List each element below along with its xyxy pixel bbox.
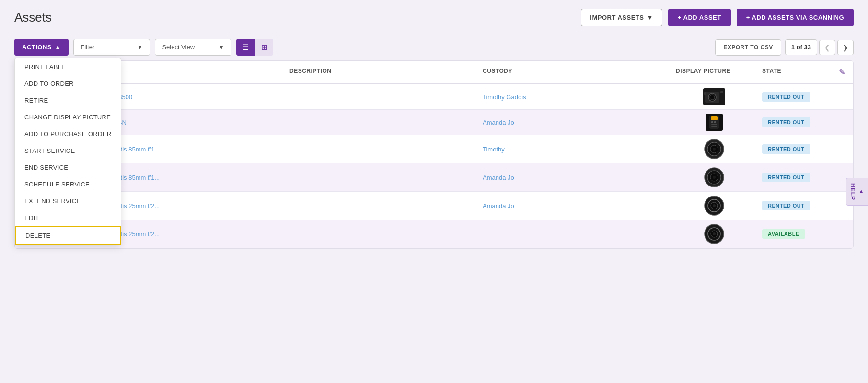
menu-item-end-service[interactable]: END SERVICE <box>15 159 121 176</box>
status-badge: AVAILABLE <box>762 229 805 239</box>
edit-icon-header[interactable]: ✎ <box>839 68 845 76</box>
menu-item-delete[interactable]: DELETE <box>15 226 121 245</box>
recorder-image-2 <box>706 114 723 131</box>
row-img-6 <box>671 220 757 248</box>
table-row: Nikon D3500 Timothy Gaddis RENTED OUT <box>15 84 853 110</box>
help-tab[interactable]: ▲ HELP <box>846 177 868 205</box>
add-asset-button[interactable]: + ADD ASSET <box>668 9 731 26</box>
status-badge: RENTED OUT <box>762 117 810 127</box>
header: Assets IMPORT ASSETS ▼ + ADD ASSET + ADD… <box>0 0 868 33</box>
svg-rect-11 <box>711 124 717 125</box>
row-state-4: RENTED OUT <box>757 166 834 189</box>
table-row: 803 Zeiss Batis 25mm f/2... Amanda Jo RE… <box>15 192 853 220</box>
pagination-display: 1 of 33 <box>785 39 817 55</box>
row-description-5 <box>285 199 478 212</box>
table-header: NAME DESCRIPTION CUSTODY DISPLAY PICTURE… <box>15 61 853 84</box>
col-description: DESCRIPTION <box>285 61 478 83</box>
chevron-down-icon: ▼ <box>647 14 653 21</box>
pagination-next-button[interactable]: ❯ <box>837 40 854 55</box>
help-label: HELP <box>849 183 856 200</box>
view-dropdown[interactable]: Select View ▼ <box>155 39 231 56</box>
menu-item-schedule-service[interactable]: SCHEDULE SERVICE <box>15 176 121 193</box>
add-assets-scanning-button[interactable]: + ADD ASSETS VIA SCANNING <box>737 9 854 26</box>
menu-item-extend-service[interactable]: EXTEND SERVICE <box>15 193 121 209</box>
import-assets-label: IMPORT ASSETS <box>590 14 644 21</box>
row-img-1 <box>671 84 757 109</box>
menu-item-print-label[interactable]: PRINT LABEL <box>15 58 121 75</box>
menu-item-retire[interactable]: RETIRE <box>15 92 121 109</box>
row-description-2 <box>285 116 478 129</box>
assets-table: NAME DESCRIPTION CUSTODY DISPLAY PICTURE… <box>14 60 854 249</box>
list-view-button[interactable]: ☰ <box>236 39 255 56</box>
menu-item-add-to-order[interactable]: ADD TO ORDER <box>15 75 121 92</box>
toolbar: ACTIONS ▲ PRINT LABEL ADD TO ORDER RETIR… <box>0 33 868 60</box>
svg-point-20 <box>713 176 716 179</box>
row-custody-3[interactable]: Timothy <box>478 139 671 160</box>
export-csv-button[interactable]: EXPORT TO CSV <box>715 39 781 56</box>
row-state-1: RENTED OUT <box>757 85 834 108</box>
svg-rect-10 <box>714 121 716 123</box>
row-custody-5[interactable]: Amanda Jo <box>478 196 671 216</box>
svg-rect-12 <box>711 126 717 127</box>
col-custody: CUSTODY <box>478 61 671 83</box>
row-state-3: RENTED OUT <box>757 138 834 161</box>
list-icon: ☰ <box>242 43 249 51</box>
menu-item-start-service[interactable]: START SERVICE <box>15 142 121 159</box>
view-label: Select View <box>162 44 195 51</box>
lens-image-5 <box>704 196 724 216</box>
svg-point-24 <box>713 204 716 207</box>
svg-rect-8 <box>711 116 718 120</box>
col-state: STATE <box>757 61 834 83</box>
status-badge: RENTED OUT <box>762 144 810 154</box>
actions-button[interactable]: ACTIONS ▲ <box>14 39 69 56</box>
add-asset-label: + ADD ASSET <box>678 14 721 21</box>
row-description-6 <box>285 227 478 241</box>
row-img-3 <box>671 135 757 163</box>
actions-label: ACTIONS <box>22 44 52 51</box>
table-row: 802 Zeiss Batis 25mm f/2... AVAILABLE <box>15 220 853 248</box>
status-badge: RENTED OUT <box>762 201 810 210</box>
row-custody-1[interactable]: Timothy Gaddis <box>478 87 671 107</box>
row-edit-1 <box>834 90 853 104</box>
lens-image-6 <box>704 224 724 244</box>
status-badge: RENTED OUT <box>762 173 810 182</box>
menu-item-change-display-picture[interactable]: CHANGE DISPLAY PICTURE <box>15 109 121 126</box>
row-state-5: RENTED OUT <box>757 194 834 217</box>
header-actions: IMPORT ASSETS ▼ + ADD ASSET + ADD ASSETS… <box>581 9 854 26</box>
pagination-prev-button[interactable]: ❮ <box>819 40 835 55</box>
row-state-2: RENTED OUT <box>757 111 834 134</box>
row-custody-6 <box>478 227 671 241</box>
row-edit-6 <box>834 227 853 241</box>
row-custody-2[interactable]: Amanda Jo <box>478 112 671 133</box>
row-img-5 <box>671 192 757 220</box>
menu-item-add-to-purchase-order[interactable]: ADD TO PURCHASE ORDER <box>15 126 121 142</box>
import-assets-button[interactable]: IMPORT ASSETS ▼ <box>581 9 662 26</box>
row-img-4 <box>671 163 757 191</box>
svg-point-28 <box>713 232 716 235</box>
lens-image-4 <box>704 167 724 187</box>
page-wrapper: Assets IMPORT ASSETS ▼ + ADD ASSET + ADD… <box>0 0 868 383</box>
row-custody-4[interactable]: Amanda Jo <box>478 167 671 188</box>
chevron-up-icon: ▲ <box>55 44 61 51</box>
actions-dropdown-menu: PRINT LABEL ADD TO ORDER RETIRE CHANGE D… <box>14 58 121 245</box>
help-chevron-icon: ▲ <box>858 188 865 195</box>
col-edit: ✎ <box>834 61 853 83</box>
grid-icon: ⊞ <box>261 43 267 51</box>
pagination-current: 1 <box>791 44 795 51</box>
filter-chevron-icon: ▼ <box>137 44 143 51</box>
pagination-of: of <box>797 44 804 51</box>
grid-view-button[interactable]: ⊞ <box>255 39 273 56</box>
row-state-6: AVAILABLE <box>757 222 834 245</box>
row-edit-3 <box>834 142 853 156</box>
row-edit-2 <box>834 116 853 129</box>
svg-rect-9 <box>711 121 713 123</box>
row-description-1 <box>285 90 478 104</box>
svg-rect-4 <box>720 91 723 93</box>
page-title: Assets <box>14 10 52 25</box>
filter-dropdown[interactable]: Filter ▼ <box>73 39 150 56</box>
row-img-2 <box>671 110 757 135</box>
row-description-4 <box>285 171 478 184</box>
menu-item-edit[interactable]: EDIT <box>15 209 121 226</box>
camera-image-1 <box>703 88 725 105</box>
table-row: Zeiss Batis 85mm f/1... Amanda Jo RENTED… <box>15 163 853 192</box>
